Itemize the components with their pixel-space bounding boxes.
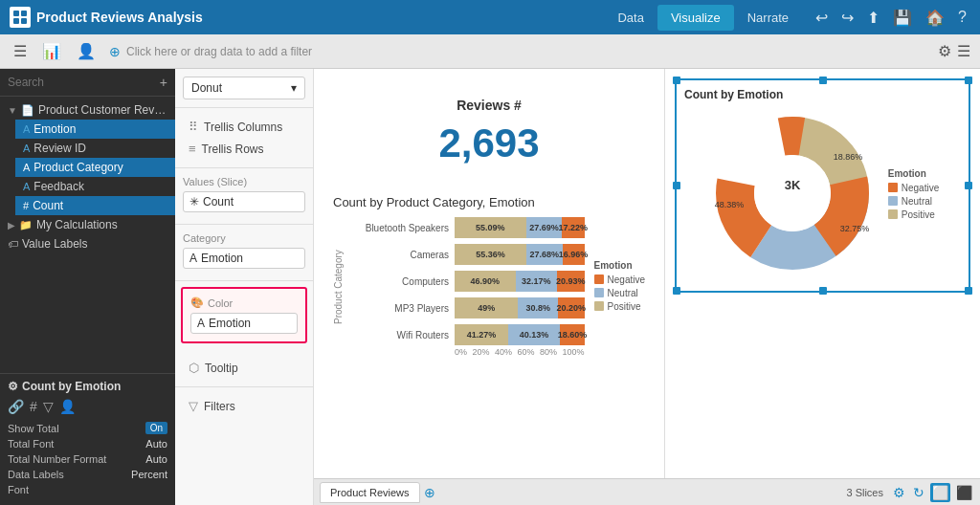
attr-icon-feedback: A [23, 181, 30, 192]
attr-icon-cat: A [189, 252, 197, 265]
bar-chart-title: Count by Product Category, Emotion [333, 195, 645, 209]
bottom-icon-1[interactable]: ⚙ [891, 483, 907, 502]
svg-rect-1 [21, 11, 27, 16]
tree-label-reviewid: Review ID [33, 142, 86, 155]
bar-stacked-0: 55.09% 27.69% 17.22% [455, 217, 585, 238]
bar-negative-3: 20.20% [558, 297, 584, 318]
nav-data[interactable]: Data [604, 5, 657, 31]
person-icon[interactable]: 👤 [73, 40, 100, 62]
tree-item-valuelabels[interactable]: 🏷 Value Labels [0, 234, 175, 253]
nav-visualize[interactable]: Visualize [657, 5, 734, 31]
bottom-icon-3[interactable]: ⬜ [930, 483, 950, 502]
chart-type-btn[interactable]: Donut ▾ [183, 77, 305, 99]
grid-icon[interactable]: # [30, 399, 37, 414]
value-chip-count[interactable]: ✳ Count [183, 191, 305, 212]
svg-rect-3 [21, 18, 27, 24]
chart-icon[interactable]: 📊 [38, 40, 65, 62]
x-80: 80% [540, 347, 557, 357]
resize-handle-lm[interactable] [673, 182, 680, 189]
tree-item-emotion[interactable]: A Emotion [15, 120, 175, 139]
slices-label: 3 Slices [846, 487, 883, 498]
bottom-icon-2[interactable]: ↻ [911, 483, 926, 502]
tab-product-reviews[interactable]: Product Reviews [320, 482, 420, 503]
category-emotion-label: Emotion [201, 252, 243, 265]
chevron-down-icon: ▾ [291, 81, 297, 95]
donut-label-neutral: 32.75% [840, 224, 870, 233]
menu-icon[interactable]: ☰ [10, 40, 31, 62]
home-icon[interactable]: 🏠 [922, 7, 948, 29]
tab-add-btn[interactable]: ⊕ [424, 485, 435, 500]
bar-neutral-4: 40.13% [508, 324, 560, 345]
donut-legend-neutral: Neutral [888, 196, 939, 207]
resize-handle-bl[interactable] [673, 287, 680, 295]
tree-item-reviewid[interactable]: A Review ID [15, 139, 175, 158]
filters-item[interactable]: ▽ Filters [183, 395, 305, 417]
gear-icon-bottom: ⚙ [8, 380, 18, 393]
category-emotion-item[interactable]: A Emotion [183, 248, 305, 269]
total-font-label: Total Font [8, 438, 54, 450]
redo-icon[interactable]: ↪ [837, 7, 858, 29]
resize-handle-tr[interactable] [965, 77, 972, 84]
nav-narrate[interactable]: Narrate [734, 5, 802, 31]
x-100: 100% [563, 347, 585, 357]
bottom-panel-title: ⚙ Count by Emotion [8, 380, 167, 393]
resize-handle-rm[interactable] [965, 182, 972, 189]
user-icon-bp[interactable]: 👤 [59, 399, 76, 414]
donut-legend-positive: Positive [888, 209, 939, 220]
help-icon[interactable]: ? [954, 7, 970, 28]
trellis-columns-item[interactable]: ⠿ Trellis Columns [183, 116, 305, 138]
filter-icon-bp[interactable]: ▽ [43, 399, 54, 414]
bottom-icon-4[interactable]: ⬛ [954, 483, 974, 502]
y-axis-label: Product Category [333, 217, 344, 357]
search-bar: + [0, 69, 175, 97]
attr-icon-reviewid: A [23, 143, 30, 154]
donut-legend-dot-negative [888, 183, 898, 192]
trellis-columns-label: Trellis Columns [204, 121, 282, 134]
tooltip-item[interactable]: ⬡ Tooltip [183, 357, 305, 379]
export-icon[interactable]: ⬆ [863, 7, 883, 29]
tree-item-count[interactable]: # Count [15, 196, 175, 215]
trellis-rows-item[interactable]: ≡ Trellis Rows [183, 138, 305, 160]
measure-icon-count: # [23, 200, 29, 211]
total-number-value: Auto [145, 453, 167, 465]
legend-label-negative: Negative [608, 274, 645, 285]
bar-negative-0: 17.22% [562, 217, 584, 238]
resize-handle-bm[interactable] [819, 287, 827, 295]
color-label: 🎨 Color [190, 296, 298, 309]
secondbar: ☰ 📊 👤 ⊕ Click here or drag data to add a… [0, 34, 980, 69]
tree-item-mycalc[interactable]: ▶ 📁 My Calculations [0, 215, 175, 234]
overflow-icon[interactable]: ☰ [957, 42, 970, 60]
settings-icon[interactable]: ⚙ [938, 42, 951, 60]
donut-container: 3K 18.86% 32.75% 48.38% Emotion [684, 107, 961, 283]
search-add-btn[interactable]: + [160, 75, 167, 90]
tree-root[interactable]: ▼ 📄 Product Customer Reviews ... [0, 100, 175, 120]
undo-icon[interactable]: ↩ [812, 7, 832, 29]
tree-group: A Emotion A Review ID A Product Category… [0, 120, 175, 215]
legend-label-neutral: Neutral [608, 288, 638, 298]
bottom-bar: Product Reviews ⊕ 3 Slices ⚙ ↻ ⬜ ⬛ [314, 478, 980, 505]
tree-item-product[interactable]: A Product Category [15, 158, 175, 177]
search-input[interactable] [8, 76, 156, 89]
save-icon[interactable]: 💾 [889, 7, 916, 29]
values-section: Values (Slice) ✳ Count [175, 168, 313, 225]
resize-handle-br[interactable] [965, 287, 972, 295]
show-total-row: Show Total On [8, 422, 167, 434]
legend-negative: Negative [594, 274, 645, 285]
nav-bar: Data Visualize Narrate [604, 5, 802, 31]
viz-right: Count by Emotion [664, 69, 980, 478]
donut-svg: 3K 18.86% 32.75% 48.38% [706, 107, 879, 279]
link-icon[interactable]: 🔗 [8, 399, 24, 414]
color-emotion-item[interactable]: A Emotion [190, 313, 298, 334]
tree-item-feedback[interactable]: A Feedback [15, 177, 175, 196]
expand-mycalc: ▶ [8, 220, 15, 231]
donut-center-text: 3K [784, 178, 800, 192]
resize-handle-tl[interactable] [673, 77, 680, 84]
tree-root-label: Product Customer Reviews ... [38, 103, 167, 117]
bar-positive-4: 41.27% [455, 324, 508, 345]
legend-label-positive: Positive [608, 301, 641, 312]
resize-handle-tm[interactable] [819, 77, 827, 84]
filter-bar[interactable]: ⊕ Click here or drag data to add a filte… [109, 44, 312, 59]
attr-icon-emotion: A [23, 123, 30, 135]
collapse-icon: ▼ [8, 105, 17, 116]
trellis-columns-icon: ⠿ [189, 120, 198, 134]
